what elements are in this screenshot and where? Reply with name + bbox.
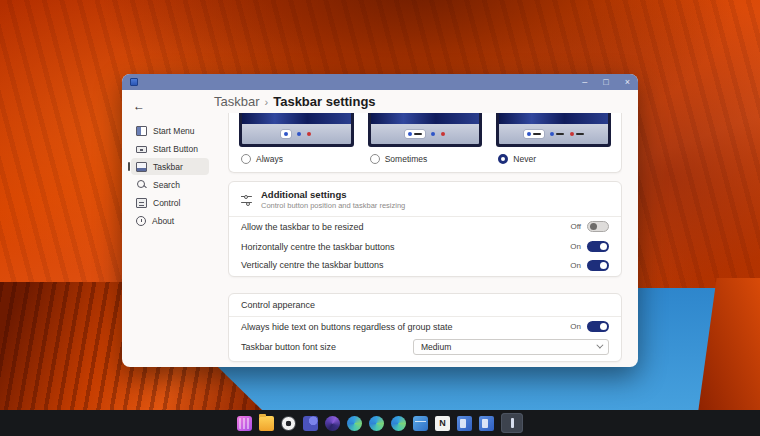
app-icon	[130, 78, 138, 86]
setting-row-resize: Allow the taskbar to be resized Off	[229, 217, 621, 236]
hide-text-toggle[interactable]	[587, 321, 609, 332]
edge-dev-icon[interactable]	[391, 416, 406, 431]
sidebar-item-control[interactable]: Control	[131, 194, 209, 211]
sidebar-item-start-menu[interactable]: Start Menu	[131, 122, 209, 139]
setting-row-hide-text: Always hide text on buttons regardless o…	[229, 317, 621, 336]
edge-canary-icon[interactable]	[325, 416, 340, 431]
radio-always[interactable]: Always	[239, 154, 354, 164]
sidebar-item-taskbar[interactable]: Taskbar	[131, 158, 209, 175]
control-icon	[136, 198, 147, 208]
control-appearance-card: Control apperance Always hide text on bu…	[228, 293, 622, 362]
close-button[interactable]: ×	[625, 78, 630, 87]
sidebar-item-label: Taskbar	[153, 162, 183, 172]
sidebar-item-label: Control	[153, 198, 180, 208]
maximize-button[interactable]: □	[603, 78, 608, 87]
additional-settings-header: Additional settings Control button posit…	[229, 182, 621, 216]
desktop: – □ × ← Start Menu Start Button	[0, 0, 760, 436]
sidebar-nav: Start Menu Start Button Taskbar Search	[131, 122, 209, 229]
word-app-icon[interactable]	[457, 416, 472, 431]
ring-app-icon[interactable]	[281, 416, 296, 431]
settings-scroll-area[interactable]: Always	[228, 113, 622, 367]
sidebar-item-start-button[interactable]: Start Button	[131, 140, 209, 157]
mail-app-icon[interactable]	[413, 416, 428, 431]
breadcrumb: Taskbar › Taskbar settings	[214, 94, 622, 109]
dropdown-value: Medium	[421, 342, 451, 352]
toggle-state-label: On	[570, 242, 581, 251]
section-title: Control apperance	[241, 300, 315, 310]
system-taskbar: N	[0, 410, 760, 436]
resize-toggle[interactable]	[587, 221, 609, 232]
sidebar-item-label: Search	[153, 180, 180, 190]
radio-label: Sometimes	[385, 154, 428, 164]
sidebar-item-about[interactable]: About	[131, 212, 209, 229]
taskbar-preview-always	[239, 113, 354, 147]
section-subtitle: Control button position and taskbar resi…	[261, 201, 405, 210]
file-explorer-icon[interactable]	[259, 416, 274, 431]
additional-settings-card: Additional settings Control button posit…	[228, 181, 622, 277]
radio-never[interactable]: Never	[496, 154, 611, 164]
setting-row-horizontal-centre: Horizontally centre the taskbar buttons …	[229, 237, 621, 256]
sidebar-item-label: About	[152, 216, 174, 226]
sidebar: ← Start Menu Start Button Taskbar	[122, 90, 214, 367]
start-menu-icon	[136, 126, 147, 136]
radio-circle[interactable]	[241, 154, 251, 164]
search-icon	[136, 180, 147, 190]
radio-label: Never	[513, 154, 536, 164]
toggle-state-label: Off	[570, 222, 581, 231]
setting-label: Horizontally centre the taskbar buttons	[241, 242, 395, 252]
radio-circle[interactable]	[370, 154, 380, 164]
taskbar-icon	[136, 162, 147, 172]
breadcrumb-parent[interactable]: Taskbar	[214, 94, 260, 109]
taskbar-preview-sometimes	[368, 113, 483, 147]
section-title: Additional settings	[261, 189, 405, 200]
taskbar-settings-window: – □ × ← Start Menu Start Button	[122, 74, 638, 367]
notion-icon[interactable]: N	[435, 416, 450, 431]
settings-sliders-icon	[241, 194, 252, 205]
page-title: Taskbar settings	[273, 94, 375, 109]
back-button[interactable]: ←	[133, 100, 209, 112]
grouping-options-card: Always	[228, 113, 622, 173]
start-button-icon	[136, 146, 147, 153]
sidebar-item-label: Start Menu	[153, 126, 195, 136]
edge-icon[interactable]	[347, 416, 362, 431]
about-icon	[136, 216, 146, 226]
chevron-down-icon	[596, 342, 603, 349]
main-content: Taskbar › Taskbar settings	[214, 90, 638, 367]
sidebar-item-label: Start Button	[153, 144, 198, 154]
titlebar[interactable]: – □ ×	[122, 74, 638, 90]
font-size-dropdown[interactable]: Medium	[413, 339, 609, 355]
setting-label: Taskbar button font size	[241, 342, 336, 352]
sidebar-item-search[interactable]: Search	[131, 176, 209, 193]
radio-circle-checked[interactable]	[498, 154, 508, 164]
breadcrumb-separator: ›	[265, 96, 269, 108]
pink-app-icon[interactable]	[237, 416, 252, 431]
radio-label: Always	[256, 154, 283, 164]
radio-sometimes[interactable]: Sometimes	[368, 154, 483, 164]
horizontal-centre-toggle[interactable]	[587, 241, 609, 252]
setting-label: Allow the taskbar to be resized	[241, 222, 364, 232]
toggle-state-label: On	[570, 261, 581, 270]
toggle-state-label: On	[570, 322, 581, 331]
edge-beta-icon[interactable]	[369, 416, 384, 431]
minimize-button[interactable]: –	[582, 78, 587, 87]
vertical-centre-toggle[interactable]	[587, 260, 609, 271]
taskbar-preview-never	[496, 113, 611, 147]
setting-label: Vertically centre the taskbar buttons	[241, 260, 384, 270]
control-appearance-header: Control apperance	[229, 294, 621, 316]
setting-row-vertical-centre: Vertically centre the taskbar buttons On	[229, 257, 621, 276]
taskbar-app-active-icon[interactable]	[501, 413, 523, 433]
teams-icon[interactable]	[303, 416, 318, 431]
word-app-2-icon[interactable]	[479, 416, 494, 431]
setting-row-font-size: Taskbar button font size Medium	[229, 337, 621, 361]
setting-label: Always hide text on buttons regardless o…	[241, 322, 453, 332]
